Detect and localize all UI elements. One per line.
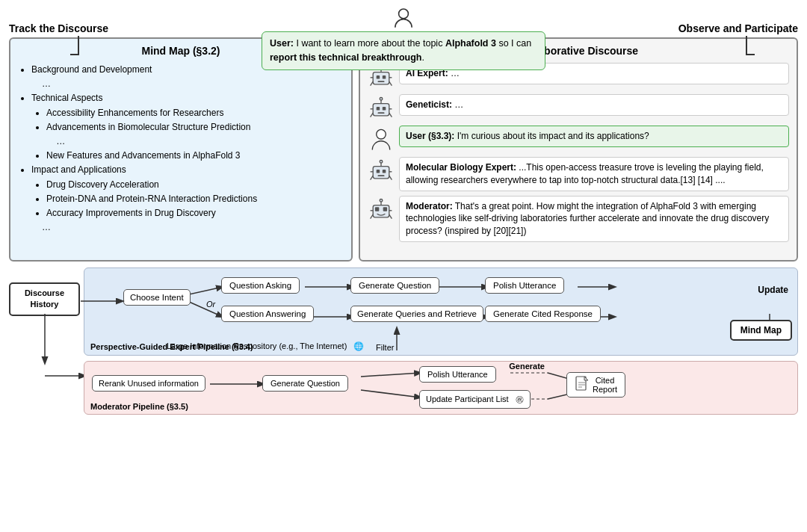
filter-label: Filter	[376, 343, 394, 352]
list-item: …	[31, 220, 342, 235]
list-item: Drug Discovery Acceleration	[46, 178, 342, 192]
moderator-generate-question-box: Generate Question	[262, 375, 348, 392]
svg-line-40	[389, 214, 392, 218]
user-bubble-container: User: I want to learn more about the top…	[262, 6, 545, 70]
svg-rect-2	[377, 75, 380, 79]
list-item: Protein-DNA and Protein-RNA Interaction …	[46, 192, 342, 206]
list-item: Advancements in Biomolecular Structure P…	[46, 120, 342, 134]
mind-map-result-box: Mind Map	[730, 320, 792, 341]
moderator-title: Moderator Pipeline (§3.5)	[90, 402, 188, 411]
svg-line-30	[371, 176, 374, 179]
pipeline-section: Choose Intent Or Question Asking Questio…	[84, 267, 798, 356]
svg-rect-3	[383, 75, 386, 79]
svg-line-9	[371, 81, 374, 85]
svg-line-39	[371, 214, 374, 218]
chat-row-mol-bio: Molecular Biology Expert: ...This open-a…	[368, 157, 789, 191]
question-answering-box: Question Answering	[221, 306, 314, 322]
moderator-section: Rerank Unused information Generate Quest…	[84, 361, 798, 415]
geneticist-bubble: Geneticist: …	[399, 94, 789, 116]
document-icon	[575, 376, 590, 394]
list-item: Impact and Applications Drug Discovery A…	[31, 163, 342, 220]
top-section: Track the Discourse User: I want to lear…	[9, 6, 798, 34]
pipeline-title: Perspective-Guided Expert Pipeline (§3.4…	[90, 342, 253, 351]
svg-rect-11	[373, 104, 389, 116]
svg-point-27	[380, 161, 383, 164]
chat-row-user: User (§3.3): I'm curious about its impac…	[368, 126, 789, 152]
globe-icon: 🌐	[353, 341, 364, 350]
collab-panel: Collaborative Discourse	[359, 37, 798, 262]
generate-queries-box: Generate Queries and Retrieve	[350, 306, 483, 322]
panels-row: Mind Map (§3.2) Background and Developme…	[9, 37, 798, 262]
rerank-box: Rerank Unused information	[92, 375, 205, 392]
svg-point-21	[377, 129, 386, 139]
choose-intent-box: Choose Intent	[123, 289, 191, 306]
track-label: Track the Discourse	[9, 6, 108, 34]
polish-utterance-top-box: Polish Utterance	[485, 277, 564, 294]
svg-point-16	[380, 98, 383, 101]
svg-line-31	[389, 176, 392, 179]
mol-bio-bubble: Molecular Biology Expert: ...This open-a…	[399, 157, 789, 191]
svg-rect-23	[377, 170, 380, 173]
svg-line-41	[189, 287, 223, 294]
user-chat-bubble: User (§3.3): I'm curious about its impac…	[399, 126, 789, 147]
list-item: New Features and Advancements in AlphaFo…	[46, 149, 342, 163]
question-asking-box: Question Asking	[221, 277, 300, 294]
svg-line-20	[389, 113, 392, 117]
list-item: …	[31, 77, 342, 91]
svg-rect-4	[378, 81, 385, 82]
user-prefix: User:	[270, 38, 294, 49]
watermark-icon: ㊗	[516, 395, 524, 403]
generate-label: Generate	[509, 362, 545, 371]
svg-rect-12	[377, 107, 380, 111]
cited-report-box: CitedReport	[566, 372, 625, 398]
chat-row-moderator: Moderator: That's a great point. How mig…	[368, 196, 789, 242]
list-item: Technical Aspects Accessibility Enhancem…	[31, 91, 342, 163]
collab-content: AI Expert: …	[368, 63, 789, 242]
update-participant-box: Update Participant List ㊗	[419, 390, 531, 409]
update-label: Update	[758, 285, 788, 295]
svg-rect-33	[375, 207, 379, 211]
svg-rect-25	[378, 175, 385, 176]
svg-point-0	[399, 9, 409, 19]
svg-line-10	[389, 81, 392, 85]
generate-cited-box: Generate Cited Response	[485, 306, 601, 322]
robot-icon-2	[368, 94, 395, 121]
person-icon	[392, 6, 415, 30]
discourse-history-box: Discourse History	[9, 282, 80, 316]
user-bubble: User: I want to learn more about the top…	[262, 31, 545, 70]
svg-rect-22	[373, 167, 389, 179]
list-item: Accuracy Improvements in Drug Discovery	[46, 206, 342, 220]
svg-rect-13	[383, 107, 386, 111]
user-chat-icon	[368, 126, 395, 152]
polish-utterance-moderator-box: Polish Utterance	[419, 366, 496, 383]
mind-map-content: Background and Development … Technical A…	[19, 63, 342, 235]
svg-line-19	[371, 113, 374, 117]
list-item: Accessibility Enhancements for Researche…	[46, 106, 342, 120]
lower-area: Choose Intent Or Question Asking Questio…	[9, 267, 798, 417]
mind-map-panel: Mind Map (§3.2) Background and Developme…	[9, 37, 353, 262]
svg-rect-24	[383, 170, 386, 173]
robot-icon-3	[368, 157, 395, 184]
list-item: …	[46, 134, 342, 149]
svg-point-36	[380, 199, 383, 202]
svg-rect-34	[383, 207, 387, 211]
svg-rect-14	[378, 112, 385, 114]
or-label: Or	[206, 300, 215, 309]
svg-line-55	[361, 373, 421, 377]
robot-icon-4	[368, 196, 395, 223]
moderator-bubble: Moderator: That's a great point. How mig…	[399, 196, 789, 242]
generate-question-top-box: Generate Question	[350, 277, 439, 294]
svg-line-56	[361, 390, 421, 398]
chat-row-geneticist: Geneticist: …	[368, 94, 789, 121]
observe-label: Observe and Participate	[678, 6, 798, 34]
svg-rect-1	[373, 72, 389, 84]
main-container: Track the Discourse User: I want to lear…	[0, 0, 807, 532]
